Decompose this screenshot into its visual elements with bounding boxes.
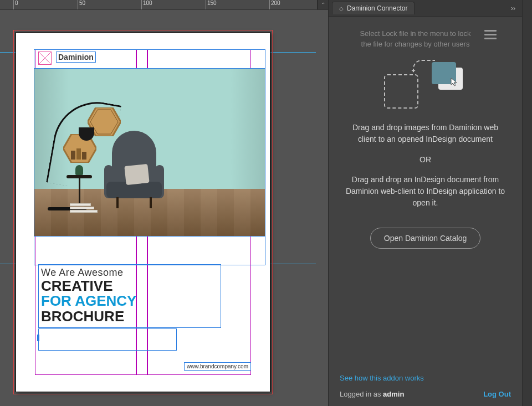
headline-text-frame[interactable]: We Are Awesome CREATIVE FOR AGENCY BROCH…	[38, 264, 221, 328]
page-surface[interactable]: Daminion	[16, 32, 270, 392]
document-workspace[interactable]: 0 50 100 150 200 300 350 400 ⌃	[0, 0, 328, 406]
cursor-icon	[451, 78, 459, 86]
ruler-tick: 50	[78, 0, 85, 9]
logo-image-frame[interactable]	[38, 52, 52, 65]
daminion-connector-panel: ◇ Daminion Connector ›› Select Lock file…	[328, 0, 522, 406]
ruler-tick: 100	[141, 0, 152, 9]
url-text-frame[interactable]: www.brandcompany.com	[184, 362, 251, 371]
panel-collapse-button[interactable]: ››	[508, 3, 519, 13]
headline-line2: CREATIVE	[41, 279, 218, 294]
ruler-horizontal[interactable]: 0 50 100 150 200 300 350 400 ⌃	[0, 0, 328, 10]
instruction-text-2: Drag and drop an InDesign document from …	[343, 174, 508, 209]
ruler-end-cap: ⌃	[317, 0, 328, 10]
headline-line1: We Are Awesome	[41, 267, 218, 279]
open-catalog-button[interactable]: Open Daminion Catalog	[370, 228, 480, 249]
hero-image	[34, 69, 265, 236]
panel-menu-button[interactable]	[484, 30, 497, 39]
drag-drop-illustration	[384, 59, 467, 109]
ruler-tick: 0	[13, 0, 18, 9]
ruler-tick: 150	[206, 0, 217, 9]
panel-tab-bar: ◇ Daminion Connector ››	[329, 0, 522, 17]
panel-tab-daminion[interactable]: ◇ Daminion Connector	[332, 2, 415, 14]
logo-text-frame[interactable]: Daminion	[56, 52, 96, 63]
panel-tab-label: Daminion Connector	[347, 4, 407, 12]
headline-line3: FOR AGENCY	[41, 294, 218, 309]
hero-image-frame[interactable]	[34, 68, 265, 237]
help-link[interactable]: See how this addon works	[340, 374, 424, 382]
document-page[interactable]: Daminion	[16, 32, 270, 392]
instruction-text-1: Drag and drop images from Daminion web c…	[343, 122, 508, 145]
or-separator: OR	[420, 155, 431, 164]
panel-dock-strip[interactable]	[522, 0, 532, 406]
logout-link[interactable]: Log Out	[483, 390, 511, 398]
svg-marker-8	[451, 78, 457, 86]
book-stack-icon	[70, 202, 98, 213]
username: admin	[383, 390, 404, 398]
empty-text-frame[interactable]	[38, 328, 177, 351]
canvas[interactable]: Daminion	[0, 10, 328, 406]
headline-line4: BROCHURE	[41, 309, 218, 324]
ruler-tick: 200	[269, 0, 280, 9]
panel-body: Select Lock file in the menu to lock the…	[329, 17, 522, 406]
collapse-icon: ◇	[339, 6, 344, 12]
armchair-icon	[101, 131, 167, 208]
logged-in-label: Logged in as admin	[340, 390, 404, 398]
lock-hint-text: Select Lock file in the menu to lock the…	[355, 29, 477, 50]
